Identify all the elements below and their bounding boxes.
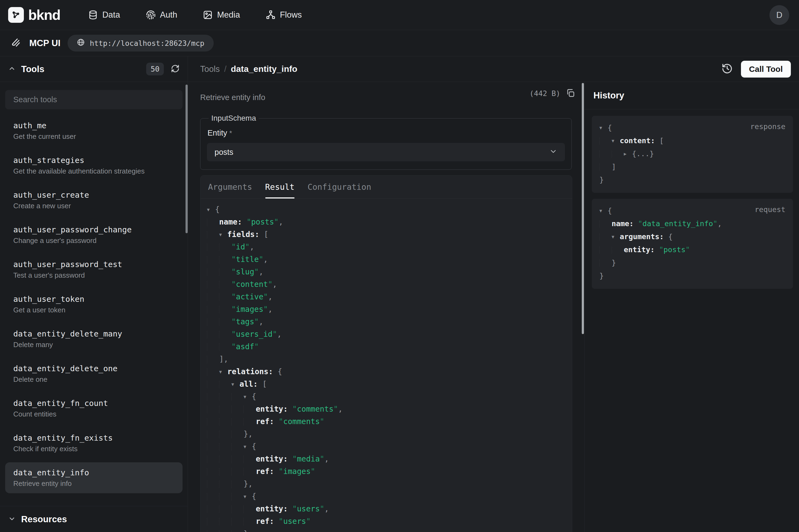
required-mark: * bbox=[229, 129, 232, 137]
tool-desc: Delete one bbox=[13, 375, 174, 384]
sidebar-tool-item[interactable]: auth_user_token Get a user token bbox=[5, 289, 183, 320]
history-title: History bbox=[585, 82, 799, 109]
entity-select-value: posts bbox=[214, 148, 549, 157]
resources-section-header[interactable]: Resources bbox=[0, 506, 188, 532]
sidebar-tool-item[interactable]: data_entity_fn_exists Check if entity ex… bbox=[5, 428, 183, 458]
main-scrollbar[interactable] bbox=[582, 83, 584, 334]
history-card-label: response bbox=[750, 122, 785, 131]
globe-icon bbox=[77, 38, 85, 48]
mcp-logo-icon bbox=[11, 37, 22, 49]
nav-item-auth[interactable]: Auth bbox=[146, 10, 177, 20]
nav-item-label: Data bbox=[102, 10, 120, 20]
entity-field-label: Entity* bbox=[208, 129, 565, 137]
entity-select[interactable]: posts bbox=[207, 143, 565, 162]
tools-count-badge: 50 bbox=[146, 63, 164, 75]
tool-name: auth_user_create bbox=[13, 190, 174, 200]
tool-name: auth_user_password_test bbox=[13, 260, 174, 269]
history-response-json: ▾{▾content: [▸{...}]} bbox=[600, 121, 785, 186]
avatar-initial: D bbox=[776, 10, 782, 20]
tools-list-container: auth_me Get the current user auth_strate… bbox=[0, 82, 188, 496]
brand[interactable]: bknd bbox=[8, 7, 60, 23]
nav-item-label: Media bbox=[217, 10, 240, 20]
mcp-url: http://localhost:28623/mcp bbox=[90, 39, 205, 48]
sidebar-scrollbar[interactable] bbox=[186, 84, 188, 233]
tool-desc: Check if entity exists bbox=[13, 444, 174, 453]
breadcrumb-current: data_entity_info bbox=[231, 64, 297, 74]
tool-detail-panel: Retrieve entity info InputSchema Entity*… bbox=[188, 82, 584, 532]
tab[interactable]: Configuration bbox=[308, 175, 371, 198]
tool-desc: Retrieve entity info bbox=[13, 479, 174, 488]
bknd-logo-icon bbox=[8, 7, 24, 23]
tool-desc: Get the available authentication strateg… bbox=[13, 167, 174, 175]
refresh-icon bbox=[171, 64, 179, 74]
chevron-down-icon bbox=[549, 147, 557, 157]
history-panel: History response ▾{▾content: [▸{...}]} r… bbox=[585, 82, 799, 532]
history-toggle-button[interactable] bbox=[721, 63, 733, 75]
result-size: (442 B) bbox=[529, 89, 560, 98]
history-request-json: ▾{name: "data_entity_info",▾arguments: {… bbox=[600, 204, 785, 282]
breadcrumb-section[interactable]: Tools bbox=[200, 64, 220, 74]
sidebar-tool-item[interactable]: data_entity_info Retrieve entity info bbox=[5, 462, 183, 493]
history-card-label: request bbox=[755, 205, 785, 214]
input-schema-fieldset: InputSchema Entity* posts bbox=[200, 114, 572, 170]
nav-items: Data Auth bbox=[88, 10, 302, 20]
nav-item-data[interactable]: Data bbox=[88, 10, 120, 20]
tool-name: data_entity_fn_count bbox=[13, 398, 174, 408]
tool-name: data_entity_delete_many bbox=[13, 329, 174, 339]
history-card-response[interactable]: response ▾{▾content: [▸{...}]} bbox=[592, 116, 793, 193]
tool-desc: Get the current user bbox=[13, 132, 174, 141]
tool-desc: Delete many bbox=[13, 340, 174, 349]
network-icon bbox=[266, 10, 275, 20]
input-schema-legend: InputSchema bbox=[209, 114, 259, 122]
tool-desc: Count entities bbox=[13, 410, 174, 418]
nav-item-label: Flows bbox=[280, 10, 302, 20]
sidebar-tool-item[interactable]: auth_strategies Get the available authen… bbox=[5, 150, 183, 181]
resources-section-title: Resources bbox=[21, 514, 67, 525]
tool-name: data_entity_delete_one bbox=[13, 364, 174, 373]
tool-name: auth_user_password_change bbox=[13, 225, 174, 234]
nav-item-flows[interactable]: Flows bbox=[266, 10, 302, 20]
mcp-url-pill[interactable]: http://localhost:28623/mcp bbox=[68, 35, 214, 52]
tool-desc: Get a user token bbox=[13, 306, 174, 314]
top-nav: bknd Data bbox=[0, 0, 799, 30]
sidebar-tool-item[interactable]: data_entity_fn_count Count entities bbox=[5, 393, 183, 424]
search-input[interactable] bbox=[5, 90, 183, 109]
mcp-bar: MCP UI http://localhost:28623/mcp bbox=[0, 30, 799, 56]
refresh-tools-button[interactable] bbox=[171, 64, 179, 74]
tool-desc: Change a user's password bbox=[13, 236, 174, 245]
fingerprint-icon bbox=[146, 10, 156, 20]
mcp-title: MCP UI bbox=[29, 38, 60, 48]
tool-name: auth_user_token bbox=[13, 294, 174, 304]
sidebar-tool-item[interactable]: auth_user_password_change Change a user'… bbox=[5, 220, 183, 250]
tool-desc: Test a user's password bbox=[13, 271, 174, 280]
tools-section-header[interactable]: Tools 50 bbox=[0, 56, 188, 82]
tab[interactable]: Arguments bbox=[208, 175, 252, 198]
tool-name: auth_strategies bbox=[13, 155, 174, 165]
history-clock-icon bbox=[721, 63, 733, 75]
tool-header: Tools / data_entity_info Call Tool bbox=[188, 56, 799, 82]
sidebar-tool-item[interactable]: auth_user_create Create a new user bbox=[5, 185, 183, 215]
breadcrumb-separator: / bbox=[224, 64, 226, 74]
chevron-down-icon bbox=[8, 515, 16, 524]
tool-name: data_entity_info bbox=[13, 468, 174, 477]
tool-desc: Create a new user bbox=[13, 202, 174, 210]
history-card-request[interactable]: request ▾{name: "data_entity_info",▾argu… bbox=[592, 199, 793, 289]
image-icon bbox=[203, 10, 213, 20]
sidebar-tool-item[interactable]: data_entity_delete_many Delete many bbox=[5, 323, 183, 355]
tab[interactable]: Result bbox=[265, 175, 294, 198]
sidebar-tool-item[interactable]: data_entity_delete_one Delete one bbox=[5, 358, 183, 389]
sidebar-tool-item[interactable]: auth_user_password_test Test a user's pa… bbox=[5, 254, 183, 285]
tool-name: auth_me bbox=[13, 121, 174, 130]
result-card: ArgumentsResultConfiguration ▾{name: "po… bbox=[200, 175, 572, 532]
copy-result-button[interactable] bbox=[566, 89, 575, 98]
tool-name: data_entity_fn_exists bbox=[13, 433, 174, 443]
result-json-viewer: ▾{name: "posts",▾fields: ["id","title","… bbox=[201, 198, 572, 532]
result-meta: (442 B) bbox=[529, 89, 575, 98]
nav-item-media[interactable]: Media bbox=[203, 10, 240, 20]
database-icon bbox=[88, 10, 98, 20]
user-avatar[interactable]: D bbox=[769, 5, 789, 25]
sidebar-tool-item[interactable]: auth_me Get the current user bbox=[5, 115, 183, 146]
tools-sidebar: Tools 50 auth_me Get the current user bbox=[0, 56, 188, 532]
copy-icon bbox=[566, 89, 575, 98]
call-tool-button[interactable]: Call Tool bbox=[741, 61, 791, 78]
